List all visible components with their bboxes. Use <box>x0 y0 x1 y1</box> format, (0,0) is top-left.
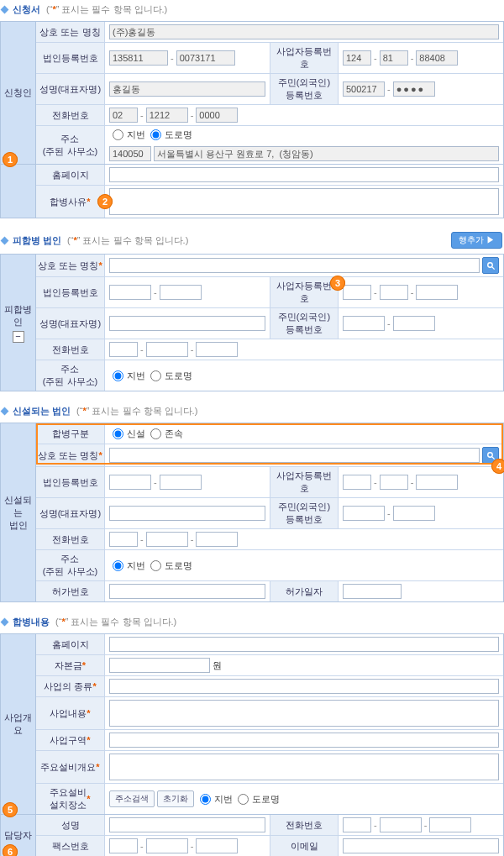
fax-3[interactable] <box>196 838 238 853</box>
biz-content-textarea[interactable] <box>109 700 499 727</box>
label-name: 성명 <box>36 815 105 835</box>
biz-no-2[interactable] <box>380 50 408 66</box>
bullet-icon <box>1 407 9 416</box>
label-ceo-name: 성명(대표자명) <box>36 498 105 528</box>
rrn-2[interactable] <box>393 81 435 97</box>
new-tel-3[interactable] <box>196 532 238 547</box>
merged-company-name[interactable] <box>109 258 480 273</box>
label-phone: 전화번호 <box>36 339 105 360</box>
fax-1[interactable] <box>109 838 138 853</box>
section-title-newcorp: 신설되는 법인 (“*” 표시는 필수 항목 입니다.) <box>0 402 504 423</box>
radio-road[interactable] <box>150 560 161 571</box>
new-corp-2[interactable] <box>160 475 202 490</box>
mc-homepage[interactable] <box>109 637 499 652</box>
reset-button[interactable]: 초기화 <box>157 790 194 807</box>
label-corp-reg-no: 법인등록번호 <box>36 277 105 307</box>
radio-road[interactable] <box>150 129 161 140</box>
zip-input[interactable] <box>109 146 151 161</box>
sidebar-blank <box>1 165 36 218</box>
merged-corp-2[interactable] <box>160 285 202 300</box>
radio-road[interactable] <box>238 794 249 805</box>
new-rrn-2[interactable] <box>393 506 435 521</box>
addr-input[interactable] <box>154 146 499 161</box>
merged-rrn-2[interactable] <box>393 316 435 331</box>
new-rrn-1[interactable] <box>343 506 385 521</box>
tel-1[interactable] <box>109 108 138 123</box>
merged-biz-1[interactable] <box>343 285 371 300</box>
search-button[interactable] <box>482 257 499 274</box>
add-row-button[interactable]: 행추가 ▶ <box>451 232 502 249</box>
label-facility-location: 주요설비 설치장소* <box>36 784 105 814</box>
new-corp-1[interactable] <box>109 475 151 490</box>
merged-corp-1[interactable] <box>109 285 151 300</box>
radio-jibun[interactable] <box>113 560 123 571</box>
ceo-name-input[interactable] <box>109 81 265 97</box>
corp-no-2[interactable] <box>176 50 235 66</box>
merged-biz-3[interactable] <box>416 285 458 300</box>
new-biz-2[interactable] <box>380 475 408 490</box>
label-biz-area: 사업구역* <box>36 730 105 750</box>
biz-type-input[interactable] <box>109 679 499 694</box>
contact-tel-1[interactable] <box>343 817 371 832</box>
tel-3[interactable] <box>196 108 238 123</box>
sidebar-label: 사업개요 <box>3 712 34 737</box>
permit-no-input[interactable] <box>109 584 265 599</box>
tel-2[interactable] <box>146 108 188 123</box>
radio-jibun[interactable] <box>113 370 123 381</box>
sidebar-label: 신설되는 법인 <box>3 494 34 532</box>
label-phone: 전화번호 <box>270 815 339 835</box>
contact-tel-3[interactable] <box>429 817 471 832</box>
sidebar-contact: 담당자 6 <box>1 815 36 856</box>
merged-ceo[interactable] <box>109 316 265 331</box>
new-biz-3[interactable] <box>416 475 458 490</box>
label-homepage: 홈페이지 <box>36 634 105 654</box>
section-title-text: 신설되는 법인 <box>13 405 71 417</box>
corp-no-1[interactable] <box>109 50 168 66</box>
new-ceo[interactable] <box>109 506 265 521</box>
radio-merge-cont[interactable] <box>150 428 161 439</box>
addr-search-button[interactable]: 주소검색 <box>109 790 155 807</box>
search-icon <box>486 451 496 460</box>
label-permit-no: 허가번호 <box>36 581 105 601</box>
label-homepage: 홈페이지 <box>36 165 105 185</box>
homepage-input[interactable] <box>109 167 499 182</box>
label-biz-reg-no: 사업자등록번호 <box>270 277 339 307</box>
section-title-merge-content: 합병내용 (“*” 표시는 필수 항목 입니다.) <box>0 612 504 633</box>
biz-no-1[interactable] <box>343 50 371 66</box>
label-biz-content: 사업내용* <box>36 697 105 729</box>
section-title-text: 피합병 법인 <box>13 234 61 247</box>
radio-jibun[interactable] <box>113 129 123 140</box>
section-title-applicant: 신청서 (“*” 표시는 필수 항목 입니다.) <box>0 0 504 21</box>
collapse-toggle[interactable]: − <box>13 331 24 343</box>
merged-tel-1[interactable] <box>109 342 138 357</box>
permit-date-input[interactable] <box>343 584 402 599</box>
merge-reason-textarea[interactable] <box>109 188 499 215</box>
merged-rrn-1[interactable] <box>343 316 385 331</box>
fax-2[interactable] <box>146 838 188 853</box>
radio-merge-new[interactable] <box>113 428 123 439</box>
new-tel-1[interactable] <box>109 532 138 547</box>
capital-input[interactable] <box>109 658 210 673</box>
biz-area-input[interactable] <box>109 733 499 748</box>
label-biz-reg-no: 사업자등록번호 <box>270 467 339 497</box>
newcorp-company-name[interactable] <box>109 448 480 463</box>
marker-5: 5 <box>3 802 18 817</box>
new-biz-1[interactable] <box>343 475 371 490</box>
biz-no-3[interactable] <box>416 50 458 66</box>
new-tel-2[interactable] <box>146 532 188 547</box>
contact-name[interactable] <box>109 817 265 832</box>
label-company-name: 상호 또는 명칭* <box>36 444 105 466</box>
merged-biz-2[interactable] <box>380 285 408 300</box>
rrn-1[interactable] <box>343 81 385 97</box>
label-address: 주소 (주된 사무소) <box>36 126 105 164</box>
radio-jibun[interactable] <box>200 794 211 805</box>
merged-tel-3[interactable] <box>196 342 238 357</box>
radio-road[interactable] <box>150 370 161 381</box>
merged-tel-2[interactable] <box>146 342 188 357</box>
marker-1: 1 <box>3 152 18 167</box>
company-name-input[interactable] <box>109 24 499 39</box>
contact-tel-2[interactable] <box>380 817 422 832</box>
email-input[interactable] <box>343 838 499 853</box>
facility-overview-textarea[interactable] <box>109 754 499 780</box>
label-rrn: 주민(외국인) 등록번호 <box>270 498 339 528</box>
